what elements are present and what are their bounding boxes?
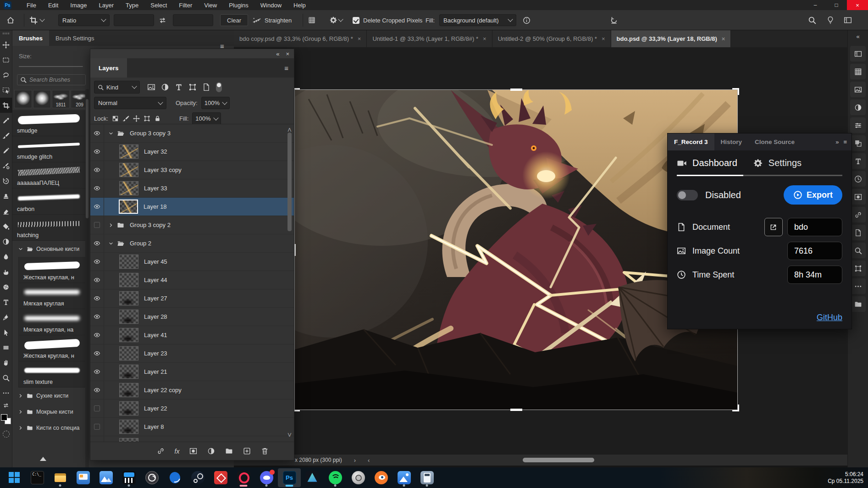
search-icon[interactable] — [808, 10, 816, 30]
eye-icon[interactable] — [90, 124, 104, 142]
taskbar-photos2[interactable] — [393, 468, 415, 487]
taskbar-spotify[interactable] — [324, 468, 347, 487]
visibility-checkbox[interactable] — [90, 216, 104, 234]
crop-handle-bottomright[interactable] — [732, 405, 739, 411]
eraser-tool[interactable] — [0, 204, 12, 219]
menu-type[interactable]: Type — [120, 1, 144, 10]
object-selection-tool[interactable] — [0, 83, 12, 98]
restore-button[interactable]: □ — [826, 0, 847, 10]
tab-brush-settings[interactable]: Brush Settings — [49, 30, 101, 46]
properties-panel-icon[interactable] — [850, 117, 866, 133]
layer-row[interactable]: Layer 28 — [90, 308, 294, 326]
eye-icon[interactable] — [90, 363, 104, 381]
filter-shape-icon[interactable] — [188, 83, 197, 91]
layer-thumbnail[interactable] — [119, 310, 138, 324]
menu-edit[interactable]: Edit — [42, 1, 64, 10]
layer-thumbnail[interactable] — [119, 163, 138, 177]
filter-image-icon[interactable] — [147, 83, 155, 91]
chevron-left-icon[interactable]: ‹ — [368, 457, 370, 464]
move-tool[interactable] — [0, 37, 12, 52]
color-swatches[interactable] — [1, 414, 11, 424]
scrollbar-thumb[interactable] — [287, 133, 292, 231]
layer-row[interactable]: Layer 27 — [90, 289, 294, 308]
more-tools-tool[interactable] — [0, 385, 12, 400]
straighten-button[interactable]: Straighten — [252, 10, 292, 30]
field-value[interactable]: bdo — [787, 218, 842, 236]
eye-icon[interactable] — [90, 198, 104, 216]
layers-scrollbar[interactable]: ˄ ˅ — [288, 126, 293, 440]
reset-icon[interactable] — [610, 10, 618, 30]
brush-item[interactable]: Жесткая круглая, н — [18, 257, 87, 283]
layer-thumbnail[interactable] — [119, 181, 138, 195]
menu-window[interactable]: Window — [254, 1, 287, 10]
horizontal-scrollbar[interactable] — [523, 458, 594, 462]
layer-row[interactable]: Layer 8 — [90, 418, 294, 436]
github-link[interactable]: GitHub — [817, 313, 842, 322]
tab-dashboard[interactable]: Dashboard — [677, 158, 737, 168]
taskbar-blender[interactable] — [370, 468, 393, 487]
panel-tab-history[interactable]: History — [714, 133, 749, 150]
eye-icon[interactable] — [90, 326, 104, 344]
path-select-tool[interactable] — [0, 325, 12, 340]
overlay-grid-icon[interactable] — [308, 10, 315, 30]
delete-layer-icon[interactable] — [261, 447, 269, 455]
chevron-right-icon[interactable] — [18, 409, 23, 415]
document-tab[interactable]: Untitled-1 @ 33,3% (Layer 1, RGB/8#) * × — [367, 30, 492, 47]
menu-layer[interactable]: Layer — [93, 1, 120, 10]
lock-transparency-icon[interactable] — [112, 115, 119, 122]
layer-row[interactable]: Layer 24 — [90, 436, 294, 442]
swap-dimensions-icon[interactable] — [159, 10, 166, 30]
layer-row[interactable]: Layer 23 — [90, 344, 294, 363]
layer-row[interactable]: Layer 44 — [90, 271, 294, 289]
new-group-icon[interactable] — [225, 447, 233, 455]
swap-colors-icon[interactable] — [3, 402, 9, 410]
layer-thumbnail[interactable] — [119, 255, 138, 269]
libraries-panel-icon[interactable] — [850, 207, 866, 222]
crop-settings-gear-icon[interactable] — [329, 10, 343, 30]
layer-thumbnail[interactable] — [119, 328, 138, 342]
brush-folder[interactable]: Основные кисти — [12, 241, 87, 257]
filter-toggle-pin[interactable] — [216, 82, 222, 92]
taskbar-reddiamond[interactable] — [209, 468, 232, 487]
layer-row[interactable]: Layer 33 — [90, 179, 294, 198]
chevron-down-icon[interactable] — [18, 246, 23, 252]
fill-select[interactable]: Background (default) — [439, 10, 516, 30]
panel-resize-handle[interactable] — [40, 457, 46, 461]
lock-artboard-icon[interactable] — [144, 115, 150, 122]
layer-thumbnail[interactable] — [119, 291, 138, 305]
eye-icon[interactable] — [90, 253, 104, 271]
foreground-color[interactable] — [1, 414, 7, 421]
tab-settings[interactable]: Settings — [753, 158, 802, 168]
folders-panel-icon[interactable] — [850, 296, 866, 312]
chevron-right-icon[interactable]: › — [354, 457, 356, 464]
expand-dock-icon[interactable]: « — [856, 33, 859, 40]
brush-item[interactable]: carbon — [12, 189, 87, 215]
chevron-down-icon[interactable] — [108, 241, 114, 246]
delete-cropped-checkbox[interactable]: Delete Cropped Pixels — [353, 10, 422, 30]
smudge-tool[interactable] — [0, 264, 12, 279]
eye-icon[interactable] — [90, 344, 104, 362]
taskbar-bars[interactable] — [117, 468, 140, 487]
brush-preset-tile[interactable] — [33, 90, 51, 108]
search-panel-icon[interactable] — [850, 243, 866, 258]
tab-brushes[interactable]: Brushes — [12, 30, 49, 46]
layer-thumbnail[interactable] — [119, 346, 138, 360]
taskbar-terminal[interactable] — [26, 468, 49, 487]
brush-tool[interactable] — [0, 128, 12, 143]
eye-icon[interactable] — [90, 234, 104, 252]
menu-image[interactable]: Image — [64, 1, 93, 10]
open-external-button[interactable] — [764, 218, 783, 236]
close-tab-icon[interactable]: × — [722, 35, 725, 42]
type-tool[interactable] — [0, 294, 12, 310]
tab-layers[interactable]: Layers — [90, 58, 127, 78]
lock-all-icon[interactable] — [154, 115, 161, 122]
close-button[interactable]: × — [847, 0, 868, 10]
filter-adjustment-icon[interactable] — [161, 83, 169, 91]
brushes-scrollbar-thumb[interactable] — [86, 99, 88, 218]
crop-height-input[interactable] — [173, 10, 213, 30]
eye-icon[interactable] — [90, 179, 104, 197]
eye-icon[interactable] — [90, 143, 104, 161]
taskbar-calc[interactable] — [415, 468, 438, 487]
visibility-checkbox[interactable] — [90, 399, 104, 417]
menu-filter[interactable]: Filter — [173, 1, 198, 10]
